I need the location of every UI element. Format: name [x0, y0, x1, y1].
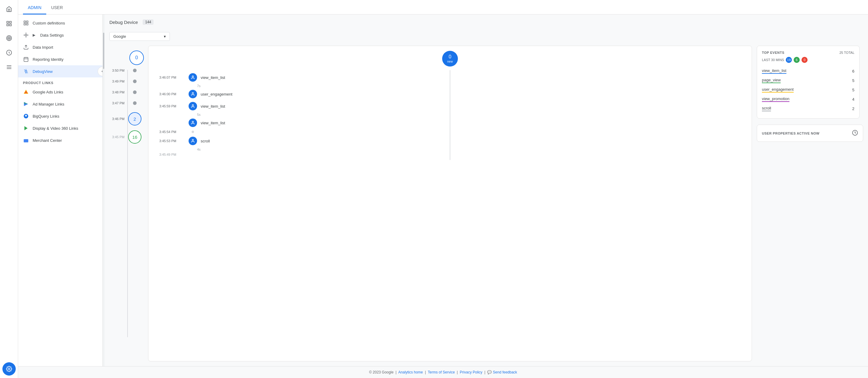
funnel-nav-item[interactable]	[2, 46, 16, 59]
svg-point-37	[192, 139, 194, 141]
event-icon-4	[189, 119, 197, 127]
event-list-row-1[interactable]: view_item_list 6	[762, 66, 855, 76]
footer-analytics-home[interactable]: Analytics home	[398, 370, 423, 374]
event-list-row-2[interactable]: page_view 5	[762, 76, 855, 85]
sidebar-scrollbar[interactable]	[103, 14, 104, 366]
sidebar-item-display-video[interactable]: Display & Video 360 Links	[18, 122, 102, 134]
data-import-icon	[23, 44, 29, 50]
data-settings-arrow: ▶	[33, 33, 35, 37]
debug-device-count: 144	[143, 19, 154, 25]
target-nav-item[interactable]	[2, 31, 16, 45]
list-nav-item[interactable]	[2, 60, 16, 74]
top-events-title: TOP EVENTS	[762, 51, 784, 54]
svg-rect-13	[27, 21, 28, 22]
display-video-label: Display & Video 360 Links	[33, 126, 78, 130]
tl-dot-347	[133, 101, 136, 105]
svg-rect-14	[24, 24, 25, 25]
user-properties-panel: USER PROPERTIES ACTIVE NOW	[757, 124, 863, 142]
gap-5s: 5s	[159, 112, 201, 117]
tl-time-346: 3:46 PM	[110, 117, 127, 121]
svg-rect-1	[9, 22, 11, 23]
tl-node-0[interactable]: 0	[129, 51, 144, 65]
sidebar-item-reporting-identity[interactable]: Reporting Identity	[18, 53, 102, 65]
event-time-1: 3:46:07 PM	[159, 76, 185, 79]
tl-time-347: 3:47 PM	[110, 101, 127, 105]
custom-definitions-label: Custom definitions	[33, 21, 65, 25]
badge-orange-count: 0	[802, 57, 808, 63]
home-nav-item[interactable]	[2, 2, 16, 16]
sidebar-item-merchant-center[interactable]: Merchant Center	[18, 134, 102, 146]
svg-point-34	[192, 92, 194, 94]
settings-nav-item[interactable]	[2, 362, 16, 376]
event-row-5[interactable]: 3:45:53 PM scroll	[159, 135, 747, 147]
event-list-count-1: 6	[852, 69, 855, 74]
data-settings-label: Data Settings	[40, 33, 64, 37]
data-import-label: Data Import	[33, 45, 53, 50]
sidebar-item-google-ads[interactable]: Google Ads Links	[18, 86, 102, 98]
svg-rect-15	[27, 24, 28, 25]
event-list-count-2: 5	[852, 78, 855, 83]
chart-nav-item[interactable]	[2, 17, 16, 30]
google-ads-icon	[23, 89, 29, 95]
sidebar-item-ad-manager[interactable]: Ad Manager Links	[18, 98, 102, 110]
event-name-3: view_item_list	[201, 104, 225, 109]
timeline-container: 0 3:50 PM 3:49 PM	[110, 46, 863, 361]
top-events-total: 25 TOTAL	[839, 51, 855, 54]
top-events-header: TOP EVENTS 25 TOTAL	[762, 51, 855, 54]
event-list-row-5[interactable]: scroll 2	[762, 104, 855, 113]
event-row-2[interactable]: 3:46:00 PM user_engagement	[159, 88, 747, 100]
svg-rect-0	[7, 22, 8, 23]
sidebar-item-debugview[interactable]: DebugView	[18, 65, 102, 78]
svg-point-16	[25, 34, 27, 36]
event-row-4[interactable]: view_item_list	[159, 117, 747, 129]
footer-terms[interactable]: Terms of Service	[428, 370, 455, 374]
svg-point-22	[25, 70, 27, 72]
event-list-name-3: user_engagement	[762, 87, 794, 92]
svg-point-36	[192, 121, 194, 123]
event-list-row-4[interactable]: view_promotion 4	[762, 95, 855, 104]
event-row-1[interactable]: 3:46:07 PM view_item_list	[159, 71, 747, 84]
icon-nav	[0, 0, 18, 378]
gap-4s: 4s	[159, 147, 201, 151]
sidebar-item-data-settings[interactable]: ▶ Data Settings	[18, 29, 102, 41]
user-props-history-icon[interactable]	[852, 130, 858, 137]
svg-rect-3	[7, 24, 8, 26]
svg-point-6	[8, 37, 9, 38]
data-settings-icon	[23, 32, 29, 38]
sidebar-item-custom-definitions[interactable]: Custom definitions	[18, 17, 102, 29]
events-top-node: 0 new	[442, 51, 458, 66]
svg-rect-12	[24, 21, 25, 22]
event-list-row-3[interactable]: user_engagement 5	[762, 85, 855, 95]
event-list: view_item_list 6 page_view 5 user_engage…	[762, 66, 855, 113]
event-list-count-5: 2	[852, 107, 855, 111]
ad-manager-icon	[23, 101, 29, 107]
event-row-3[interactable]: 3:45:59 PM view_item_list	[159, 100, 747, 112]
top-events-panel: TOP EVENTS 25 TOTAL LAST 30 MINS 19 6 0	[757, 46, 860, 119]
svg-point-11	[8, 368, 10, 370]
event-time-3: 3:45:59 PM	[159, 104, 185, 108]
svg-line-25	[24, 69, 25, 70]
footer-privacy[interactable]: Privacy Policy	[460, 370, 483, 374]
sidebar-item-bigquery[interactable]: BigQuery Links	[18, 110, 102, 122]
content-area: Custom definitions ▶ Data Settings Data …	[18, 14, 868, 366]
sidebar-item-data-import[interactable]: Data Import	[18, 41, 102, 53]
debug-device-title: Debug Device	[110, 20, 138, 25]
debugview-icon	[23, 68, 29, 75]
debug-main-area: Debug Device 144 Google ▾	[104, 14, 868, 366]
admin-tab[interactable]: ADMIN	[23, 1, 46, 14]
device-selector[interactable]: Google ▾	[110, 32, 170, 41]
tl-node-345[interactable]: 16	[128, 130, 142, 144]
tl-dot-348	[133, 90, 136, 94]
debugview-label: DebugView	[33, 69, 53, 74]
footer-copyright: © 2023 Google	[369, 370, 394, 374]
svg-line-26	[27, 72, 28, 73]
merchant-center-icon	[23, 137, 29, 143]
event-name-4: view_item_list	[201, 121, 225, 125]
events-center-panel: 0 new 3:46:07 PM	[148, 46, 752, 361]
event-list-name-5: scroll	[762, 106, 771, 111]
footer-feedback[interactable]: Send feedback	[493, 370, 517, 374]
events-top-label: new	[447, 60, 453, 63]
event-name-5: scroll	[201, 139, 210, 143]
user-tab[interactable]: USER	[46, 1, 68, 14]
tl-node-346[interactable]: 2	[128, 112, 142, 125]
